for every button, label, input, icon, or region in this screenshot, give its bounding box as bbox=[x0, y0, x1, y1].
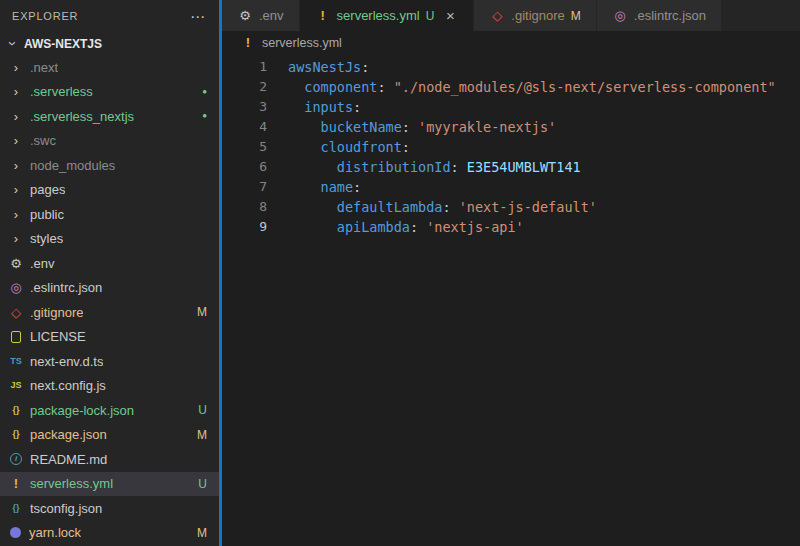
javascript-icon: JS bbox=[8, 378, 24, 394]
code-line-8[interactable]: 8 defaultLambda: 'next-js-default' bbox=[222, 197, 800, 217]
row-decorations: U bbox=[198, 477, 207, 491]
file-label: next-env.d.ts bbox=[30, 354, 103, 369]
chevron-right-icon: › bbox=[8, 206, 24, 222]
tree-item-swc[interactable]: ›.swc bbox=[0, 129, 219, 154]
tree-item-serverless-nextjs[interactable]: ›.serverless_nextjs● bbox=[0, 104, 219, 129]
file-label: tsconfig.json bbox=[30, 501, 102, 516]
vscode-window: EXPLORER ⋯ › AWS-NEXTJS ›.next›.serverle… bbox=[0, 0, 800, 546]
file-label: .gitignore bbox=[30, 305, 83, 320]
git-diamond-icon: ◇ bbox=[8, 304, 24, 320]
tree-item-next-config-js[interactable]: JSnext.config.js bbox=[0, 374, 219, 399]
tab-serverless-yml[interactable]: !serverless.ymlU× bbox=[300, 0, 475, 31]
breadcrumb-file-label[interactable]: serverless.yml bbox=[262, 36, 342, 50]
tree-item-pages[interactable]: ›pages bbox=[0, 178, 219, 203]
row-decorations: M bbox=[197, 526, 207, 540]
warning-icon: ! bbox=[240, 35, 256, 51]
tab-label: .gitignore bbox=[511, 8, 564, 23]
folder-label: styles bbox=[30, 231, 63, 246]
json-braces-icon: {} bbox=[8, 402, 24, 418]
tree-item-env[interactable]: ⚙.env bbox=[0, 251, 219, 276]
folder-label: public bbox=[30, 207, 64, 222]
explorer-title: EXPLORER bbox=[12, 10, 78, 22]
line-number: 9 bbox=[222, 217, 267, 237]
line-content: inputs: bbox=[288, 97, 361, 117]
git-status-badge: U bbox=[426, 9, 435, 23]
line-content: component: "./node_modules/@sls-next/ser… bbox=[288, 77, 776, 97]
tree-item-package-json[interactable]: {}package.jsonM bbox=[0, 423, 219, 448]
code-line-1[interactable]: 1awsNestJs: bbox=[222, 57, 800, 77]
tree-item-next-env-d-ts[interactable]: TSnext-env.d.ts bbox=[0, 349, 219, 374]
file-label: .eslintrc.json bbox=[30, 280, 102, 295]
code-line-4[interactable]: 4 bucketName: 'myyrakle-nextjs' bbox=[222, 117, 800, 137]
code-line-7[interactable]: 7 name: bbox=[222, 177, 800, 197]
tree-item-readme-md[interactable]: iREADME.md bbox=[0, 447, 219, 472]
tree-item-gitignore[interactable]: ◇.gitignoreM bbox=[0, 300, 219, 325]
row-decorations: ● bbox=[202, 88, 207, 96]
eslint-icon: ◎ bbox=[8, 280, 24, 296]
untracked-dot: ● bbox=[202, 112, 207, 120]
row-decorations: ● bbox=[202, 112, 207, 120]
code-area: 1awsNestJs:2 component: "./node_modules/… bbox=[222, 54, 800, 546]
gear-icon: ⚙ bbox=[8, 255, 24, 271]
tab-gitignore[interactable]: ◇.gitignoreM bbox=[474, 0, 596, 31]
file-label: LICENSE bbox=[30, 329, 86, 344]
license-icon bbox=[11, 331, 21, 343]
tree-item-node-modules[interactable]: ›node_modules bbox=[0, 153, 219, 178]
json-braces-blue-icon: {} bbox=[8, 500, 24, 516]
line-content: awsNestJs: bbox=[288, 57, 369, 77]
tree-item-serverless[interactable]: ›.serverless● bbox=[0, 80, 219, 105]
chevron-right-icon: › bbox=[8, 84, 24, 100]
git-diamond-icon: ◇ bbox=[489, 8, 505, 24]
eslint-icon: ◎ bbox=[612, 8, 628, 24]
chevron-down-icon: › bbox=[6, 37, 21, 51]
yarn-icon bbox=[10, 527, 21, 538]
tree-root-aws-nextjs[interactable]: › AWS-NEXTJS bbox=[0, 32, 219, 55]
line-content: bucketName: 'myyrakle-nextjs' bbox=[288, 117, 556, 137]
chevron-right-icon: › bbox=[8, 231, 24, 247]
file-label: package-lock.json bbox=[30, 403, 134, 418]
code-line-5[interactable]: 5 cloudfront: bbox=[222, 137, 800, 157]
tree-item-public[interactable]: ›public bbox=[0, 202, 219, 227]
line-number: 2 bbox=[222, 77, 267, 97]
chevron-right-icon: › bbox=[8, 108, 24, 124]
code-line-6[interactable]: 6 distributionId: E3E54UMBLWT141 bbox=[222, 157, 800, 177]
more-actions-icon[interactable]: ⋯ bbox=[190, 9, 205, 24]
tree-item-next[interactable]: ›.next bbox=[0, 55, 219, 80]
git-status-badge: M bbox=[197, 526, 207, 540]
editor-group: ⚙.env!serverless.ymlU×◇.gitignoreM◎.esli… bbox=[222, 0, 800, 546]
tab-bar: ⚙.env!serverless.ymlU×◇.gitignoreM◎.esli… bbox=[222, 0, 800, 31]
tree-item-styles[interactable]: ›styles bbox=[0, 227, 219, 252]
tab-env[interactable]: ⚙.env bbox=[222, 0, 300, 31]
code-line-9[interactable]: 9 apiLambda: 'nextjs-api' bbox=[222, 217, 800, 237]
tree-item-eslintrc-json[interactable]: ◎.eslintrc.json bbox=[0, 276, 219, 301]
tree-item-package-lock-json[interactable]: {}package-lock.jsonU bbox=[0, 398, 219, 423]
folder-label: .next bbox=[30, 60, 58, 75]
tree-item-serverless-yml[interactable]: !serverless.ymlU bbox=[0, 472, 219, 497]
tree-item-yarn-lock[interactable]: yarn.lockM bbox=[0, 521, 219, 546]
line-number: 6 bbox=[222, 157, 267, 177]
root-folder-label: AWS-NEXTJS bbox=[24, 37, 102, 51]
git-status-badge: M bbox=[571, 9, 581, 23]
json-braces-icon: {} bbox=[8, 427, 24, 443]
file-tree: ›.next›.serverless●›.serverless_nextjs●›… bbox=[0, 55, 219, 546]
line-number: 7 bbox=[222, 177, 267, 197]
line-number: 3 bbox=[222, 97, 267, 117]
chevron-right-icon: › bbox=[8, 133, 24, 149]
gear-icon: ⚙ bbox=[237, 8, 253, 24]
breadcrumb[interactable]: !serverless.yml bbox=[222, 31, 800, 54]
line-content: name: bbox=[288, 177, 361, 197]
warning-icon: ! bbox=[8, 476, 24, 492]
code-line-3[interactable]: 3 inputs: bbox=[222, 97, 800, 117]
file-label: .env bbox=[30, 256, 55, 271]
line-content: apiLambda: 'nextjs-api' bbox=[288, 217, 524, 237]
tree-item-license[interactable]: LICENSE bbox=[0, 325, 219, 350]
folder-label: .serverless_nextjs bbox=[30, 109, 134, 124]
info-icon: i bbox=[10, 453, 22, 465]
row-decorations: M bbox=[197, 305, 207, 319]
chevron-right-icon: › bbox=[8, 182, 24, 198]
tab-eslintrc-json[interactable]: ◎.eslintrc.json bbox=[597, 0, 722, 31]
code-line-2[interactable]: 2 component: "./node_modules/@sls-next/s… bbox=[222, 77, 800, 97]
line-content: defaultLambda: 'next-js-default' bbox=[288, 197, 597, 217]
tree-item-tsconfig-json[interactable]: {}tsconfig.json bbox=[0, 496, 219, 521]
close-icon[interactable]: × bbox=[442, 7, 458, 24]
